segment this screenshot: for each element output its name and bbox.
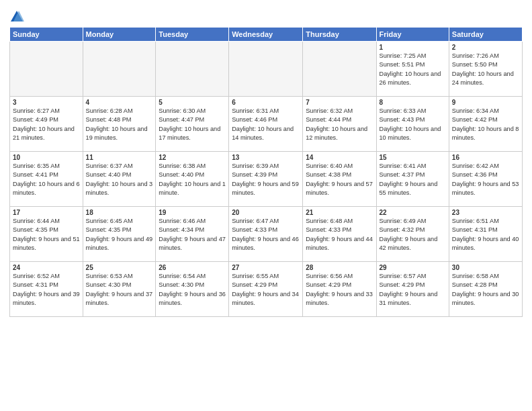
calendar-cell: 7Sunrise: 6:32 AM Sunset: 4:44 PM Daylig… [303,97,376,152]
day-info: Sunrise: 6:53 AM Sunset: 4:30 PM Dayligh… [86,272,153,308]
calendar-cell: 16Sunrise: 6:42 AM Sunset: 4:36 PM Dayli… [449,152,522,207]
day-number: 23 [452,209,519,216]
calendar-cell [303,42,376,97]
day-number: 13 [232,154,300,161]
day-info: Sunrise: 6:56 AM Sunset: 4:29 PM Dayligh… [306,272,373,308]
calendar-week-row: 24Sunrise: 6:52 AM Sunset: 4:31 PM Dayli… [10,262,523,317]
page: SundayMondayTuesdayWednesdayThursdayFrid… [0,0,532,411]
day-number: 10 [13,154,80,161]
day-info: Sunrise: 6:46 AM Sunset: 4:34 PM Dayligh… [159,217,226,253]
day-number: 22 [380,209,446,216]
day-number: 20 [232,209,300,216]
day-number: 19 [159,209,226,216]
calendar-cell: 25Sunrise: 6:53 AM Sunset: 4:30 PM Dayli… [83,262,156,317]
day-info: Sunrise: 6:45 AM Sunset: 4:35 PM Dayligh… [86,217,153,253]
day-number: 24 [13,264,80,271]
day-info: Sunrise: 6:57 AM Sunset: 4:29 PM Dayligh… [380,272,446,308]
calendar-week-row: 1Sunrise: 7:25 AM Sunset: 5:51 PM Daylig… [10,42,523,97]
day-number: 28 [306,264,373,271]
calendar-cell: 20Sunrise: 6:47 AM Sunset: 4:33 PM Dayli… [229,207,303,262]
header [9,7,523,24]
day-info: Sunrise: 6:48 AM Sunset: 4:33 PM Dayligh… [306,217,373,253]
calendar-cell: 12Sunrise: 6:38 AM Sunset: 4:40 PM Dayli… [156,152,229,207]
day-number: 21 [306,209,373,216]
day-number: 18 [86,209,153,216]
calendar-cell: 26Sunrise: 6:54 AM Sunset: 4:30 PM Dayli… [156,262,229,317]
logo [9,9,27,24]
day-number: 25 [86,264,153,271]
calendar-cell: 23Sunrise: 6:51 AM Sunset: 4:31 PM Dayli… [449,207,522,262]
calendar-weekday-tuesday: Tuesday [156,28,229,42]
day-info: Sunrise: 6:28 AM Sunset: 4:48 PM Dayligh… [86,107,153,142]
day-number: 12 [159,154,226,161]
calendar-cell [229,42,303,97]
day-number: 16 [452,154,519,161]
calendar-weekday-sunday: Sunday [10,28,83,42]
calendar-cell: 9Sunrise: 6:34 AM Sunset: 4:42 PM Daylig… [449,97,522,152]
calendar-table: SundayMondayTuesdayWednesdayThursdayFrid… [9,27,523,317]
day-number: 8 [380,99,446,106]
calendar-cell: 6Sunrise: 6:31 AM Sunset: 4:46 PM Daylig… [229,97,303,152]
day-info: Sunrise: 6:44 AM Sunset: 4:35 PM Dayligh… [13,217,80,253]
day-number: 26 [159,264,226,271]
calendar-weekday-wednesday: Wednesday [229,28,303,42]
day-info: Sunrise: 6:32 AM Sunset: 4:44 PM Dayligh… [306,107,373,142]
calendar-cell: 19Sunrise: 6:46 AM Sunset: 4:34 PM Dayli… [156,207,229,262]
calendar-weekday-friday: Friday [376,28,449,42]
calendar-cell: 30Sunrise: 6:58 AM Sunset: 4:28 PM Dayli… [449,262,522,317]
day-number: 15 [380,154,446,161]
day-info: Sunrise: 6:39 AM Sunset: 4:39 PM Dayligh… [232,162,300,197]
calendar-cell: 14Sunrise: 6:40 AM Sunset: 4:38 PM Dayli… [303,152,376,207]
calendar-cell [83,42,156,97]
day-info: Sunrise: 6:42 AM Sunset: 4:36 PM Dayligh… [452,162,519,197]
day-number: 4 [86,99,153,106]
day-number: 2 [452,44,519,51]
day-info: Sunrise: 6:35 AM Sunset: 4:41 PM Dayligh… [13,162,80,197]
day-info: Sunrise: 6:47 AM Sunset: 4:33 PM Dayligh… [232,217,300,253]
day-info: Sunrise: 7:25 AM Sunset: 5:51 PM Dayligh… [380,52,446,87]
day-number: 17 [13,209,80,216]
day-info: Sunrise: 6:34 AM Sunset: 4:42 PM Dayligh… [452,107,519,142]
day-number: 30 [452,264,519,271]
calendar-cell: 22Sunrise: 6:49 AM Sunset: 4:32 PM Dayli… [376,207,449,262]
day-info: Sunrise: 6:54 AM Sunset: 4:30 PM Dayligh… [159,272,226,308]
calendar-cell: 3Sunrise: 6:27 AM Sunset: 4:49 PM Daylig… [10,97,83,152]
day-info: Sunrise: 6:37 AM Sunset: 4:40 PM Dayligh… [86,162,153,197]
calendar-weekday-saturday: Saturday [449,28,522,42]
day-info: Sunrise: 6:38 AM Sunset: 4:40 PM Dayligh… [159,162,226,197]
calendar-cell: 18Sunrise: 6:45 AM Sunset: 4:35 PM Dayli… [83,207,156,262]
calendar-cell: 2Sunrise: 7:26 AM Sunset: 5:50 PM Daylig… [449,42,522,97]
day-info: Sunrise: 6:30 AM Sunset: 4:47 PM Dayligh… [159,107,226,142]
day-number: 3 [13,99,80,106]
day-number: 11 [86,154,153,161]
day-info: Sunrise: 6:27 AM Sunset: 4:49 PM Dayligh… [13,107,80,142]
day-info: Sunrise: 6:33 AM Sunset: 4:43 PM Dayligh… [380,107,446,142]
calendar-weekday-thursday: Thursday [303,28,376,42]
calendar-weekday-monday: Monday [83,28,156,42]
calendar-cell: 15Sunrise: 6:41 AM Sunset: 4:37 PM Dayli… [376,152,449,207]
calendar-cell: 21Sunrise: 6:48 AM Sunset: 4:33 PM Dayli… [303,207,376,262]
calendar-cell: 29Sunrise: 6:57 AM Sunset: 4:29 PM Dayli… [376,262,449,317]
calendar-cell: 28Sunrise: 6:56 AM Sunset: 4:29 PM Dayli… [303,262,376,317]
day-number: 6 [232,99,300,106]
calendar-cell [10,42,83,97]
day-info: Sunrise: 6:55 AM Sunset: 4:29 PM Dayligh… [232,272,300,308]
calendar-cell [156,42,229,97]
calendar-cell: 5Sunrise: 6:30 AM Sunset: 4:47 PM Daylig… [156,97,229,152]
calendar-cell: 11Sunrise: 6:37 AM Sunset: 4:40 PM Dayli… [83,152,156,207]
calendar-cell: 4Sunrise: 6:28 AM Sunset: 4:48 PM Daylig… [83,97,156,152]
day-number: 14 [306,154,373,161]
day-info: Sunrise: 6:51 AM Sunset: 4:31 PM Dayligh… [452,217,519,253]
day-info: Sunrise: 6:52 AM Sunset: 4:31 PM Dayligh… [13,272,80,308]
calendar-cell: 13Sunrise: 6:39 AM Sunset: 4:39 PM Dayli… [229,152,303,207]
day-info: Sunrise: 6:31 AM Sunset: 4:46 PM Dayligh… [232,107,300,142]
day-info: Sunrise: 6:49 AM Sunset: 4:32 PM Dayligh… [380,217,446,253]
calendar-cell: 8Sunrise: 6:33 AM Sunset: 4:43 PM Daylig… [376,97,449,152]
calendar-week-row: 17Sunrise: 6:44 AM Sunset: 4:35 PM Dayli… [10,207,523,262]
day-number: 27 [232,264,300,271]
day-number: 9 [452,99,519,106]
calendar-cell: 27Sunrise: 6:55 AM Sunset: 4:29 PM Dayli… [229,262,303,317]
calendar-cell: 1Sunrise: 7:25 AM Sunset: 5:51 PM Daylig… [376,42,449,97]
day-info: Sunrise: 7:26 AM Sunset: 5:50 PM Dayligh… [452,52,519,87]
day-info: Sunrise: 6:41 AM Sunset: 4:37 PM Dayligh… [380,162,446,197]
